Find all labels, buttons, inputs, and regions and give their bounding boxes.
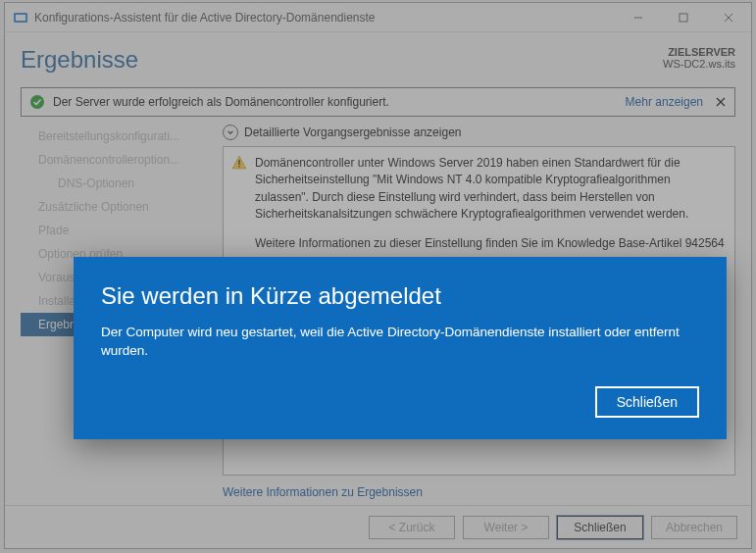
- signout-modal: Sie werden in Kürze abgemeldet Der Compu…: [74, 257, 727, 439]
- modal-message: Der Computer wird neu gestartet, weil di…: [101, 324, 699, 361]
- modal-title: Sie werden in Kürze abgemeldet: [101, 282, 699, 310]
- modal-close-button[interactable]: Schließen: [595, 386, 699, 418]
- modal-overlay: Sie werden in Kürze abgemeldet Der Compu…: [0, 0, 756, 553]
